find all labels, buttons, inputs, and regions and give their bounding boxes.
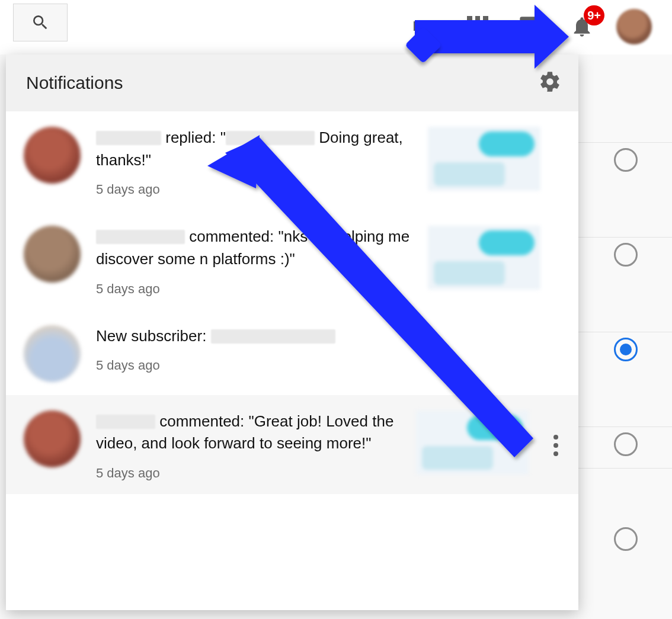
video-thumbnail[interactable]	[428, 127, 540, 191]
commenter-avatar	[24, 226, 81, 283]
commenter-avatar	[24, 127, 81, 184]
create-button[interactable]	[408, 9, 443, 44]
redacted-name	[211, 329, 335, 344]
account-avatar[interactable]	[616, 9, 652, 44]
redacted-text	[226, 131, 315, 145]
more-vert-icon	[553, 443, 558, 448]
messages-button[interactable]	[512, 9, 548, 44]
search-icon	[31, 13, 50, 32]
radio-option-4[interactable]	[614, 432, 638, 456]
subscriber-avatar	[24, 325, 81, 382]
notification-time: 5 days ago	[96, 182, 412, 197]
redacted-name	[96, 131, 161, 145]
notification-list: replied: " Doing great, thanks!" 5 days …	[6, 111, 578, 494]
commenter-avatar	[24, 410, 81, 467]
notification-item[interactable]: commented: "Great job! Loved the video, …	[6, 395, 578, 494]
notification-item[interactable]: New subscriber: 5 days ago	[6, 310, 578, 395]
apps-button[interactable]	[460, 9, 495, 44]
notification-text: commented: "nks for helping me discover …	[96, 226, 412, 270]
radio-option-5[interactable]	[614, 527, 638, 551]
notification-text: replied: " Doing great, thanks!"	[96, 127, 412, 171]
app-header: 9+	[0, 0, 672, 54]
radio-option-2[interactable]	[614, 243, 638, 267]
search-button[interactable]	[13, 4, 68, 41]
panel-title: Notifications	[26, 73, 123, 93]
notification-badge: 9+	[584, 5, 604, 25]
radio-option-1[interactable]	[614, 148, 638, 172]
notification-more-button[interactable]	[544, 410, 568, 481]
notification-item[interactable]: replied: " Doing great, thanks!" 5 days …	[6, 111, 578, 210]
notifications-panel: Notifications replied: " Doing great, th…	[6, 54, 578, 610]
notification-time: 5 days ago	[96, 466, 401, 481]
video-thumbnail[interactable]	[428, 226, 540, 290]
option-list	[614, 148, 641, 551]
notification-time: 5 days ago	[96, 281, 412, 297]
redacted-name	[96, 230, 185, 244]
notification-time: 5 days ago	[96, 358, 412, 373]
radio-option-3[interactable]	[614, 338, 638, 361]
messages-icon	[518, 15, 542, 39]
notification-item[interactable]: commented: "nks for helping me discover …	[6, 210, 578, 309]
panel-header: Notifications	[6, 54, 578, 111]
notifications-button[interactable]: 9+	[564, 9, 600, 44]
gear-icon	[538, 70, 562, 94]
notification-settings-button[interactable]	[538, 70, 562, 96]
notification-text: commented: "Great job! Loved the video, …	[96, 410, 401, 455]
video-thumbnail[interactable]	[416, 410, 529, 474]
notification-text: New subscriber:	[96, 325, 412, 348]
apps-grid-icon	[467, 16, 488, 37]
redacted-name	[96, 415, 155, 429]
plus-icon	[414, 21, 423, 31]
